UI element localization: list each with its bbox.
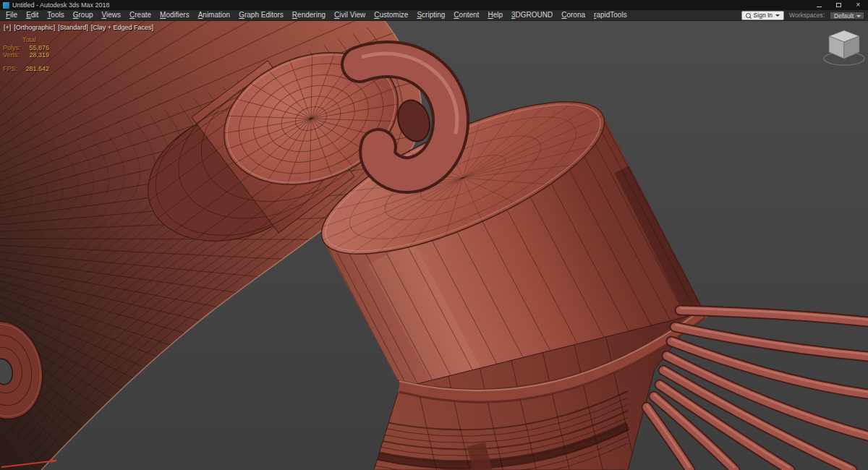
viewport-style-menu[interactable]: [Standard] (58, 24, 88, 31)
maximize-icon (836, 3, 841, 7)
viewport-3d-scene[interactable] (0, 21, 868, 470)
main-window: Untitled - Autodesk 3ds Max 2018 × File … (0, 0, 868, 470)
viewport-shading-menu[interactable]: [Clay + Edged Faces] (91, 24, 153, 31)
viewport-statistics: Total Polys: 55,876 Verts: 28,319 FPS: 2… (3, 36, 49, 72)
menu-item-corona[interactable]: Corona (557, 10, 590, 20)
caret-down-icon (775, 14, 780, 17)
menu-item-views[interactable]: Views (98, 10, 126, 20)
stats-total-label: Total (22, 36, 49, 44)
menu-item-scripting[interactable]: Scripting (412, 10, 449, 20)
minimize-button[interactable] (809, 0, 829, 10)
signin-label: Sign In (754, 12, 773, 20)
menu-item-edit[interactable]: Edit (22, 10, 43, 20)
menu-item-create[interactable]: Create (125, 10, 156, 20)
workspaces-label: Workspaces: (789, 12, 825, 19)
menu-item-customize[interactable]: Customize (370, 10, 412, 20)
menu-item-tools[interactable]: Tools (43, 10, 68, 20)
close-icon: × (856, 1, 861, 9)
menu-item-rendering[interactable]: Rendering (288, 10, 330, 20)
close-button[interactable]: × (848, 0, 868, 10)
menu-item-animation[interactable]: Animation (194, 10, 234, 20)
search-icon (746, 13, 751, 18)
viewport[interactable]: [+] [Orthographic] [Standard] [Clay + Ed… (0, 21, 868, 470)
stats-fps-row: FPS: 281.642 (3, 65, 49, 73)
stats-verts-label: Verts: (3, 51, 20, 59)
viewport-label: [+] [Orthographic] [Standard] [Clay + Ed… (4, 24, 153, 31)
app-icon (3, 2, 9, 9)
stats-polys-value: 55,876 (29, 44, 49, 52)
menu-item-help[interactable]: Help (483, 10, 507, 20)
menu-item-graph-editors[interactable]: Graph Editors (234, 10, 288, 20)
menu-item-rapidtools[interactable]: rapidTools (590, 10, 631, 20)
infocenter: Sign In Workspaces: Default (741, 11, 868, 20)
stats-fps-value: 281.642 (25, 65, 49, 73)
viewport-pov-menu[interactable]: [Orthographic] (14, 24, 55, 31)
menu-item-civil-view[interactable]: Civil View (330, 10, 370, 20)
workspaces-dropdown[interactable]: Default (830, 12, 864, 20)
stats-polys-row: Polys: 55,876 (3, 44, 49, 52)
maximize-button[interactable] (829, 0, 848, 10)
menu-item-modifiers[interactable]: Modifiers (156, 10, 194, 20)
menu-item-file[interactable]: File (1, 10, 22, 20)
menu-bar: File Edit Tools Group Views Create Modif… (0, 10, 868, 21)
window-title: Untitled - Autodesk 3ds Max 2018 (12, 1, 110, 9)
viewport-general-menu[interactable]: [+] (4, 24, 11, 31)
window-controls: × (809, 0, 868, 10)
stats-verts-row: Verts: 28,319 (3, 51, 49, 59)
menu-item-3dground[interactable]: 3DGROUND (507, 10, 557, 20)
menu-item-content[interactable]: Content (449, 10, 483, 20)
menu-item-group[interactable]: Group (69, 10, 98, 20)
title-bar: Untitled - Autodesk 3ds Max 2018 × (0, 0, 868, 10)
stats-verts-value: 28,319 (29, 51, 49, 59)
signin-button[interactable]: Sign In (741, 11, 784, 20)
minimize-icon (817, 7, 822, 7)
stats-polys-label: Polys: (3, 44, 21, 52)
stats-fps-label: FPS: (3, 65, 17, 73)
